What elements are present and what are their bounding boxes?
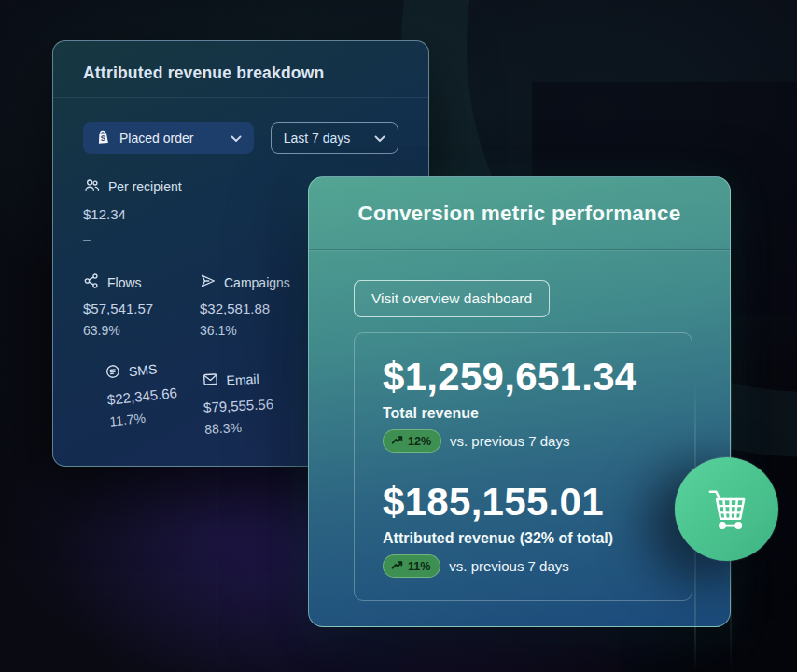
conversion-metric-card: Conversion metric performance Visit over… bbox=[308, 176, 731, 627]
attributed-revenue-metric: $185,155.01 Attributed revenue (32% of t… bbox=[383, 481, 664, 578]
trend-up-icon bbox=[391, 559, 403, 573]
flows-icon bbox=[83, 273, 100, 292]
sms-icon bbox=[104, 362, 122, 384]
total-revenue-metric: $1,259,651.34 Total revenue 12% vs. prev… bbox=[383, 356, 664, 453]
conversion-metric-title: Conversion metric performance bbox=[358, 202, 681, 226]
metric-label: Total revenue bbox=[383, 405, 664, 422]
channel-value: $57,541.57 bbox=[83, 301, 200, 316]
email-icon bbox=[202, 371, 219, 391]
channel-label: SMS bbox=[128, 361, 158, 379]
campaigns-icon bbox=[200, 273, 217, 292]
event-dropdown-label: Placed order bbox=[119, 131, 193, 146]
trend-up-icon bbox=[391, 434, 403, 448]
shopify-bag-icon: S bbox=[95, 129, 111, 147]
divider bbox=[53, 97, 428, 98]
visit-dashboard-button[interactable]: Visit overview dashboard bbox=[354, 280, 550, 317]
users-icon bbox=[83, 176, 101, 197]
chevron-down-icon bbox=[231, 131, 242, 146]
badge-percent: 12% bbox=[408, 435, 431, 448]
comparison-text: vs. previous 7 days bbox=[450, 433, 569, 449]
metrics-panel: $1,259,651.34 Total revenue 12% vs. prev… bbox=[354, 332, 692, 601]
channel-label: Campaigns bbox=[224, 275, 290, 290]
growth-badge: 12% bbox=[383, 429, 441, 453]
badge-percent: 11% bbox=[408, 560, 430, 573]
event-dropdown[interactable]: S Placed order bbox=[83, 122, 254, 154]
cart-badge bbox=[675, 457, 778, 561]
shopping-cart-icon bbox=[700, 481, 754, 539]
channel-label: Flows bbox=[107, 275, 142, 290]
svg-text:S: S bbox=[101, 134, 106, 143]
chevron-down-icon bbox=[374, 131, 385, 146]
marketing-dashboard-composite: Attributed revenue breakdown S Plac bbox=[0, 0, 797, 672]
metric-value: $185,155.01 bbox=[383, 481, 664, 524]
metric-value: $1,259,651.34 bbox=[383, 356, 664, 399]
growth-badge: 11% bbox=[383, 554, 440, 578]
comparison-text: vs. previous 7 days bbox=[449, 558, 568, 574]
range-dropdown-label: Last 7 days bbox=[284, 131, 351, 146]
per-recipient-label: Per recipient bbox=[108, 179, 182, 194]
attributed-revenue-title: Attributed revenue breakdown bbox=[83, 62, 398, 84]
channel-percent: 63.9% bbox=[83, 323, 200, 338]
channel-label: Email bbox=[226, 371, 259, 387]
metric-label: Attributed revenue (32% of total) bbox=[383, 530, 664, 547]
range-dropdown[interactable]: Last 7 days bbox=[271, 122, 398, 154]
channel-flows: Flows $57,541.57 63.9% bbox=[83, 273, 200, 338]
